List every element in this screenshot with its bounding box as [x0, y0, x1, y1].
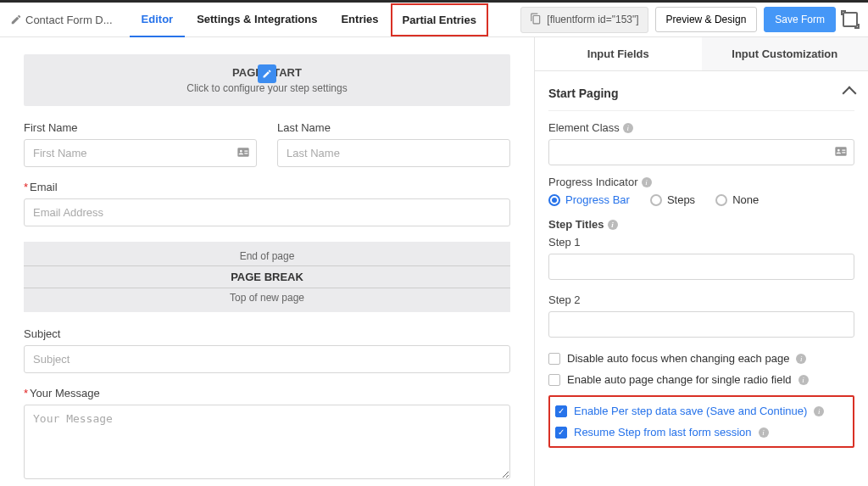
first-name-label: First Name: [24, 121, 257, 134]
tab-entries[interactable]: Entries: [329, 3, 390, 37]
check-per-step-save[interactable]: Enable Per step data save (Save and Cont…: [555, 400, 848, 422]
step1-label: Step 1: [548, 236, 854, 249]
check-resume-step[interactable]: Resume Step from last form session i: [555, 422, 848, 443]
checkbox[interactable]: [555, 427, 567, 439]
subject-label: Subject: [24, 327, 510, 340]
check-disable-autofocus[interactable]: Disable auto focus when changing each pa…: [548, 348, 854, 369]
message-label: *Your Message: [24, 387, 510, 399]
highlight-save-continue-options: Enable Per step data save (Save and Cont…: [548, 395, 854, 448]
info-icon[interactable]: i: [623, 123, 633, 133]
side-tab-input-fields[interactable]: Input Fields: [535, 37, 702, 70]
save-form-button[interactable]: Save Form: [764, 7, 836, 32]
edit-icon[interactable]: [258, 64, 276, 83]
preview-design-button[interactable]: Preview & Design: [655, 7, 758, 32]
step1-input[interactable]: [548, 254, 854, 280]
section-title: Start Paging: [548, 87, 618, 100]
email-input[interactable]: [24, 198, 510, 226]
last-name-label: Last Name: [277, 121, 510, 134]
info-icon[interactable]: i: [796, 354, 806, 364]
pencil-icon: [10, 14, 22, 25]
first-name-input[interactable]: [24, 139, 257, 167]
end-of-page: End of page: [24, 250, 510, 262]
shortcode-text: [fluentform id="153"]: [547, 14, 638, 25]
info-icon[interactable]: i: [608, 220, 618, 230]
form-title[interactable]: Contact Form D...: [25, 14, 113, 26]
checkbox[interactable]: [555, 405, 567, 417]
info-icon[interactable]: i: [798, 375, 809, 385]
radio-steps[interactable]: Steps: [650, 193, 695, 206]
page-break-block[interactable]: End of page PAGE BREAK Top of new page: [24, 242, 510, 312]
subject-input[interactable]: [24, 345, 510, 373]
email-label: *Email: [24, 181, 510, 193]
info-icon[interactable]: i: [759, 427, 769, 438]
info-icon[interactable]: i: [814, 406, 824, 416]
tab-settings[interactable]: Settings & Integrations: [185, 3, 329, 37]
step2-input[interactable]: [548, 311, 854, 338]
contact-card-icon: [834, 144, 848, 160]
message-textarea[interactable]: [24, 405, 510, 479]
progress-indicator-label: Progress Indicator i: [548, 176, 854, 188]
last-name-input[interactable]: [277, 139, 510, 167]
shortcode-box[interactable]: [fluentform id="153"]: [520, 7, 648, 33]
radio-progress-bar[interactable]: Progress Bar: [548, 193, 630, 206]
chevron-up-icon: [843, 87, 857, 101]
form-canvas: PAGE START Click to configure your step …: [0, 37, 534, 486]
fullscreen-icon[interactable]: [843, 12, 858, 27]
page-start-sub: Click to configure your step settings: [24, 82, 510, 94]
radio-none[interactable]: None: [715, 193, 759, 206]
tab-partial-entries[interactable]: Partial Entries: [391, 3, 488, 36]
top-of-new-page: Top of new page: [24, 292, 510, 304]
checkbox[interactable]: [548, 374, 560, 386]
check-auto-page-change[interactable]: Enable auto page change for single radio…: [548, 369, 854, 390]
checkbox[interactable]: [548, 353, 560, 365]
step2-label: Step 2: [548, 293, 854, 306]
tab-editor[interactable]: Editor: [130, 3, 186, 37]
page-break-label: PAGE BREAK: [24, 265, 510, 288]
copy-icon: [530, 13, 542, 27]
section-start-paging[interactable]: Start Paging: [548, 81, 854, 111]
contact-card-icon: [236, 145, 250, 161]
info-icon[interactable]: i: [642, 177, 652, 187]
page-start-block[interactable]: PAGE START Click to configure your step …: [24, 54, 510, 106]
step-titles-label: Step Titles i: [548, 218, 854, 231]
side-tab-input-customization[interactable]: Input Customization: [702, 37, 869, 70]
element-class-label: Element Class i: [548, 121, 854, 134]
element-class-input[interactable]: [548, 139, 854, 165]
